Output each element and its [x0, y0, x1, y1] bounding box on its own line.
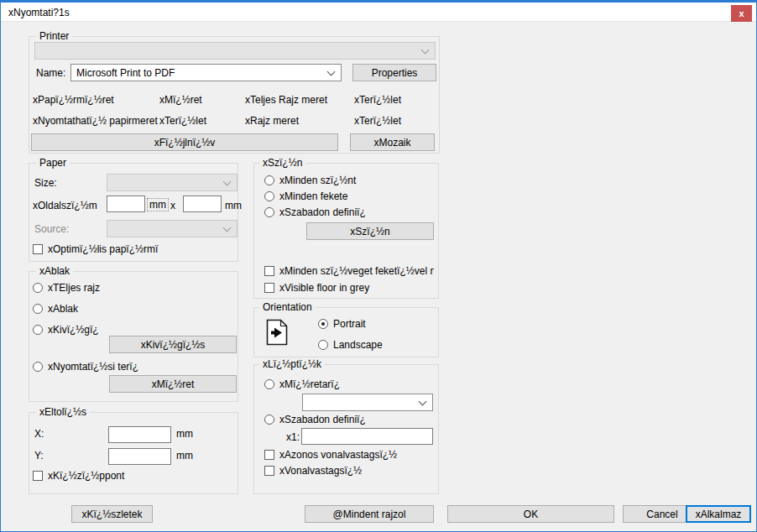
- radio-indicator: [33, 325, 43, 335]
- drawing-size-label: xRajz meret: [245, 115, 299, 127]
- radio-full-drawing[interactable]: xTEljes rajz: [33, 282, 100, 294]
- page-orientation-icon: [266, 319, 288, 346]
- paper-source-label: Source:: [34, 223, 69, 235]
- apply-button[interactable]: xAlkalmaz: [686, 505, 751, 523]
- radio-custom-color[interactable]: xSzabadon definiï¿: [264, 206, 366, 218]
- size-button[interactable]: xMï¿½ret: [109, 375, 237, 393]
- scale-ratio-combobox[interactable]: [302, 394, 433, 411]
- scale-group-label: xLï¿½ptï¿½k: [259, 358, 325, 370]
- center-checkbox[interactable]: xKï¿½zï¿½ppont: [33, 470, 124, 482]
- full-drawing-size-label: xTeljes Rajz meret: [245, 94, 327, 106]
- size-info-label: xMï¿½ret: [159, 94, 202, 106]
- text-black-checkbox[interactable]: xMinden szï¿½veget feketï¿½vel nyom: [264, 265, 434, 277]
- optimal-paper-checkbox[interactable]: xOptimï¿½lis papï¿½rmï: [33, 243, 158, 255]
- checkbox-indicator: [33, 471, 43, 481]
- presets-button[interactable]: xKï¿½szletek: [71, 505, 153, 523]
- radio-portrait[interactable]: Portrait: [318, 318, 366, 330]
- radio-all-colors[interactable]: xMinden szï¿½nt: [264, 175, 356, 186]
- pages-y-input[interactable]: [183, 196, 222, 212]
- cutout-button[interactable]: xKivï¿½gï¿½s: [109, 336, 237, 353]
- chevron-down-icon: [421, 45, 430, 54]
- printer-name-label: Name:: [36, 67, 65, 79]
- radio-indicator-selected: [318, 319, 328, 329]
- paper-size-combobox[interactable]: [107, 174, 238, 191]
- color-group: xSzï¿½n xMinden szï¿½nt xMinden fekete x…: [253, 163, 439, 299]
- window-area-group-label: xAblak: [36, 265, 73, 277]
- lineweight-checkbox[interactable]: xVonalvastagsï¿½: [264, 465, 362, 477]
- chevron-down-icon: [223, 223, 232, 232]
- radio-window[interactable]: xAblak: [33, 303, 78, 315]
- radio-indicator: [264, 379, 274, 389]
- window-area-group: xAblak xTEljes rajz xAblak xKivï¿½gï¿ xK…: [29, 271, 238, 402]
- paper-source-combobox[interactable]: [107, 220, 238, 237]
- page-count-label: xOldalszï¿½m: [33, 200, 97, 211]
- filename-button[interactable]: xFï¿½jlnï¿½v: [31, 133, 338, 151]
- window-title: xNyomtati?1s: [8, 7, 70, 18]
- checkbox-indicator: [264, 283, 274, 293]
- radio-indicator: [264, 175, 274, 185]
- radio-indicator: [33, 362, 43, 372]
- radio-scale-ratio[interactable]: xMï¿½retarï¿: [264, 378, 340, 390]
- same-lineweight-checkbox[interactable]: xAzonos vonalvastagsï¿½: [264, 449, 397, 461]
- properties-button[interactable]: Properties: [352, 64, 436, 81]
- printable-paper-size-label: xNyomtathatï¿½ papirmeret: [33, 115, 158, 127]
- draw-all-button[interactable]: @Mindent rajzol: [305, 505, 434, 523]
- chevron-down-icon: [327, 67, 336, 76]
- times-label: x: [170, 200, 175, 211]
- mm-unit-label-x: mm: [176, 428, 193, 440]
- chevron-down-icon: [419, 397, 427, 405]
- checkbox-indicator: [33, 244, 43, 254]
- offset-group: xEltolï¿½s X: mm Y: mm xKï¿½zï¿½ppont: [29, 412, 238, 494]
- area-info-label-2: xTerï¿½let: [159, 115, 206, 127]
- radio-indicator: [264, 415, 274, 425]
- printer-group: Printer Name: Microsoft Print to PDF Pro…: [29, 36, 440, 154]
- paper-size-info-label: xPapï¿½rmï¿½ret: [33, 94, 114, 106]
- radio-indicator: [318, 340, 328, 350]
- radio-indicator: [264, 191, 274, 201]
- radio-indicator: [33, 283, 43, 293]
- paper-group-label: Paper: [36, 157, 70, 169]
- paper-group: Paper Size: xOldalszï¿½m mm x mm Source:…: [29, 163, 238, 262]
- mm-unit-label-y: mm: [176, 450, 193, 462]
- floor-grey-checkbox[interactable]: xVisible floor in grey: [264, 282, 369, 294]
- radio-print-area[interactable]: xNyomtatï¿½si terï¿: [33, 361, 138, 373]
- area-info-label-1: xTerï¿½let: [354, 94, 401, 106]
- printer-name-value: Microsoft Print to PDF: [76, 67, 175, 79]
- radio-cutout[interactable]: xKivï¿½gï¿: [33, 324, 99, 336]
- offset-x-input[interactable]: [108, 426, 171, 443]
- x1-label: x1:: [286, 431, 300, 443]
- close-button[interactable]: x: [731, 5, 752, 22]
- area-info-label-3: xTerï¿½let: [354, 115, 401, 127]
- mm-unit-label-1: mm: [147, 198, 169, 211]
- offset-y-input[interactable]: [108, 448, 171, 465]
- mm-unit-label-2: mm: [225, 200, 242, 211]
- orientation-group-label: Orientation: [259, 301, 316, 313]
- checkbox-indicator: [264, 466, 274, 476]
- radio-indicator: [33, 304, 43, 314]
- printer-name-combobox[interactable]: Microsoft Print to PDF: [70, 64, 342, 81]
- mosaic-button[interactable]: xMozaik: [350, 133, 435, 151]
- print-dialog: { "window": { "title": "xNyomtati?1s", "…: [0, 0, 757, 532]
- paper-size-label: Size:: [34, 177, 57, 189]
- chevron-down-icon: [223, 177, 232, 185]
- radio-all-black[interactable]: xMinden fekete: [264, 190, 347, 202]
- color-button[interactable]: xSzï¿½n: [306, 222, 434, 240]
- radio-scale-custom[interactable]: xSzabadon definiï¿: [264, 414, 366, 425]
- color-group-label: xSzï¿½n: [259, 157, 305, 169]
- pages-x-input[interactable]: [107, 196, 145, 212]
- checkbox-indicator: [264, 266, 274, 276]
- offset-x-label: X:: [34, 428, 44, 440]
- checkbox-indicator: [264, 450, 274, 460]
- radio-landscape[interactable]: Landscape: [318, 339, 383, 351]
- ok-button[interactable]: OK: [447, 505, 614, 523]
- close-icon: x: [739, 8, 744, 18]
- offset-y-label: Y:: [34, 450, 44, 462]
- scale-group: xLï¿½ptï¿½k xMï¿½retarï¿ xSzabadon defin…: [253, 364, 439, 494]
- printer-group-label: Printer: [36, 30, 72, 42]
- radio-indicator: [264, 207, 274, 217]
- orientation-group: Orientation Portrait Landscape: [253, 307, 439, 357]
- title-bar: xNyomtati?1s x: [1, 1, 756, 22]
- scale-x1-input[interactable]: [301, 428, 433, 445]
- offset-group-label: xEltolï¿½s: [36, 406, 90, 418]
- printer-top-combobox[interactable]: [34, 42, 436, 60]
